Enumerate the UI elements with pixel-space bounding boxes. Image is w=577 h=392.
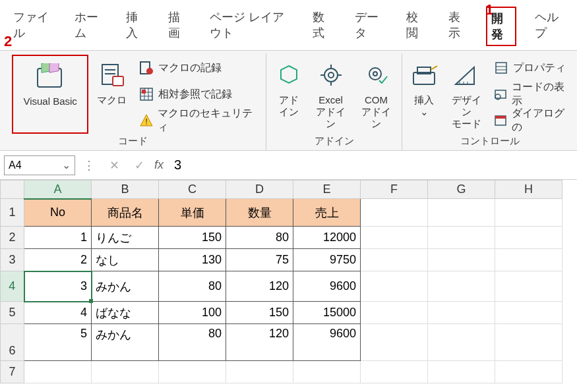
excel-addins-button[interactable]: Excel アドイン [308, 55, 353, 134]
cell-selected[interactable]: 3 [24, 271, 92, 302]
cell[interactable]: 4 [24, 302, 92, 324]
design-mode-button[interactable]: デザイン モード [444, 55, 490, 134]
cell[interactable]: 120 [226, 271, 293, 302]
addins-button[interactable]: アド イン [269, 55, 308, 134]
formula-input[interactable] [173, 156, 573, 174]
cell[interactable] [361, 271, 428, 302]
cell[interactable] [428, 249, 495, 271]
cell[interactable] [361, 361, 428, 383]
cell[interactable]: 5 [24, 324, 92, 361]
cell[interactable]: 数量 [226, 199, 293, 227]
confirm-icon[interactable]: ✓ [128, 158, 150, 173]
cell[interactable]: 1 [24, 227, 92, 249]
cell[interactable] [428, 324, 495, 361]
cell[interactable]: 75 [226, 249, 293, 271]
cell[interactable] [361, 199, 428, 227]
cell[interactable] [159, 361, 226, 383]
cell[interactable] [428, 302, 495, 324]
cell[interactable] [92, 361, 159, 383]
col-header-A[interactable]: A [24, 181, 92, 199]
tab-developer[interactable]: 開発 [486, 7, 516, 46]
cell[interactable]: 15000 [293, 302, 361, 324]
run-dialog-button[interactable]: ダイアログの [493, 111, 570, 130]
cell[interactable] [428, 227, 495, 249]
cell[interactable]: 100 [159, 302, 226, 324]
cell[interactable]: 9600 [293, 271, 361, 302]
col-header-C[interactable]: C [159, 181, 226, 199]
visual-basic-button[interactable]: Visual Basic [12, 55, 88, 134]
cell[interactable]: 130 [159, 249, 226, 271]
cell[interactable] [361, 302, 428, 324]
cell[interactable] [495, 249, 562, 271]
fx-icon[interactable]: fx [154, 158, 164, 172]
tab-review[interactable]: 校閲 [402, 7, 430, 46]
row-header-6[interactable]: 6 [1, 324, 24, 361]
cell[interactable]: みかん [92, 271, 159, 302]
cell[interactable]: 9600 [293, 324, 361, 361]
col-header-F[interactable]: F [361, 181, 428, 199]
macros-button[interactable]: マクロ [88, 55, 135, 134]
col-header-B[interactable]: B [92, 181, 159, 199]
cell[interactable]: 2 [24, 249, 92, 271]
cell[interactable]: 80 [159, 271, 226, 302]
cancel-icon[interactable]: ✕ [103, 158, 125, 173]
cell[interactable]: 80 [159, 324, 226, 361]
cell[interactable] [428, 271, 495, 302]
properties-button[interactable]: プロパティ [493, 59, 570, 77]
cell[interactable]: 80 [226, 227, 293, 249]
cell[interactable] [428, 199, 495, 227]
row-header-1[interactable]: 1 [1, 199, 24, 227]
select-all-corner[interactable] [1, 181, 24, 199]
row-header-4[interactable]: 4 [1, 271, 24, 302]
tab-data[interactable]: データ [351, 7, 388, 46]
tab-insert[interactable]: 挿入 [122, 7, 150, 46]
col-header-D[interactable]: D [226, 181, 293, 199]
cell[interactable] [428, 361, 495, 383]
name-box[interactable]: A4 ⌄ [4, 155, 75, 175]
cell[interactable]: 12000 [293, 227, 361, 249]
tab-view[interactable]: 表示 [444, 7, 472, 46]
tab-draw[interactable]: 描画 [164, 7, 192, 46]
cell[interactable] [495, 361, 562, 383]
tab-help[interactable]: ヘルプ [531, 7, 568, 46]
row-header-7[interactable]: 7 [1, 361, 24, 383]
cell[interactable] [495, 271, 562, 302]
cell[interactable] [361, 324, 428, 361]
cell[interactable] [361, 249, 428, 271]
tab-page-layout[interactable]: ページ レイアウト [206, 7, 294, 46]
record-macro-button[interactable]: マクロの記録 [138, 59, 259, 77]
relative-ref-button[interactable]: 相対参照で記録 [138, 85, 259, 103]
view-code-button[interactable]: コードの表示 [493, 85, 570, 103]
worksheet-grid[interactable]: A B C D E F G H 1 No 商品名 単価 数量 売上 2 1 りん… [0, 180, 577, 383]
tab-home[interactable]: ホーム [71, 7, 107, 46]
tab-formulas[interactable]: 数式 [309, 7, 336, 46]
cell[interactable]: 150 [159, 227, 226, 249]
cell[interactable]: なし [92, 249, 159, 271]
chevron-down-icon[interactable]: ⌄ [62, 159, 71, 171]
cell[interactable]: 120 [226, 324, 293, 361]
row-header-3[interactable]: 3 [1, 249, 24, 271]
cell[interactable]: りんご [92, 227, 159, 249]
cell[interactable]: みかん [92, 324, 159, 361]
cell[interactable]: 単価 [159, 199, 226, 227]
cell[interactable]: 商品名 [92, 199, 159, 227]
cell[interactable] [495, 302, 562, 324]
cell[interactable]: 150 [226, 302, 293, 324]
cell[interactable]: 売上 [293, 199, 361, 227]
cell[interactable] [361, 227, 428, 249]
cell[interactable] [495, 199, 562, 227]
col-header-H[interactable]: H [495, 181, 562, 199]
insert-control-button[interactable]: 挿入⌄ [405, 55, 444, 134]
com-addins-button[interactable]: COM アドイン [353, 55, 399, 134]
col-header-G[interactable]: G [428, 181, 495, 199]
cell[interactable] [226, 361, 293, 383]
cell[interactable] [495, 227, 562, 249]
tab-file[interactable]: ファイル [9, 7, 56, 46]
cell[interactable]: No [24, 199, 92, 227]
cell[interactable] [293, 361, 361, 383]
cell[interactable] [495, 324, 562, 361]
cell[interactable]: 9750 [293, 249, 361, 271]
row-header-2[interactable]: 2 [1, 227, 24, 249]
col-header-E[interactable]: E [293, 181, 361, 199]
cell[interactable] [24, 361, 92, 383]
